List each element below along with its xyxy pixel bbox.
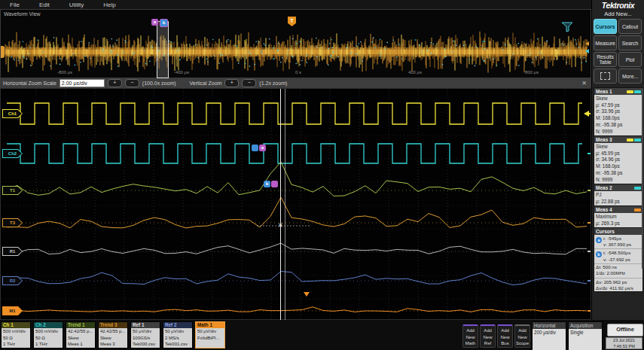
swatch-yellow: [627, 138, 633, 142]
h-zoom-decrease-button[interactable]: −: [125, 79, 139, 87]
meas4-title: Meas 4: [596, 206, 612, 213]
v-zoom-decrease-button[interactable]: −: [242, 79, 256, 87]
v-zoom-increase-button[interactable]: +: [224, 79, 239, 87]
zoom-toolbar: Horizontal Zoom Scale + − (100.0x zoom) …: [0, 78, 591, 88]
channel-handle-label: Ch2: [3, 150, 22, 157]
cursors-readout-badge[interactable]: Cursors a t: -549μsv: 367.990 ps b t: -5…: [594, 227, 643, 292]
add-new-bus-button[interactable]: AddNewBus: [497, 324, 513, 348]
ch1-badge[interactable]: Ch 1 500 mV/div50 Ω1 THz: [1, 321, 31, 348]
meas4-badge[interactable]: Meas 4 Maximumμ: 269.3 ps: [594, 205, 643, 228]
add-new-ref-button[interactable]: AddNewRef: [480, 324, 496, 348]
ref2-badge[interactable]: Ref 2 50 μV/div2 MS/sTek001.csv: [163, 321, 193, 348]
menu-edit[interactable]: Edit: [29, 2, 60, 8]
overview-tick: 0 s: [295, 70, 301, 75]
cursor-a-line[interactable]: [280, 89, 281, 321]
slope-readout: Δv/Δt: 411.92 μs/s: [594, 285, 642, 291]
ch1-trigger-level-arrow[interactable]: [584, 111, 589, 117]
zoom-region-box[interactable]: [157, 21, 169, 78]
math1-peak-marker: [304, 292, 310, 297]
main-cursor-a-tag[interactable]: [252, 145, 258, 151]
trend1-badge[interactable]: Trend 1 42.42/55 p...SkewMeas 1: [66, 321, 96, 348]
add-new-button-grid: Cursors Callout Measure Search Results T…: [594, 19, 643, 84]
main-cursor-b-handle[interactable]: b: [264, 181, 270, 187]
zoom-close-icon[interactable]: ✕: [581, 80, 588, 87]
swatch-cyan: [634, 90, 641, 93]
math1-badge[interactable]: Math 1 50 μV/divFxItdBtPl...: [195, 321, 225, 348]
main-cursor-b-tag[interactable]: [271, 181, 278, 187]
meas1-title: Meas 1: [596, 88, 612, 95]
h-zoom-increase-button[interactable]: +: [108, 79, 122, 87]
meas4-body: Maximumμ: 269.3 ps: [594, 213, 642, 227]
add-new-scope-button[interactable]: AddNewScope: [514, 324, 530, 348]
overview-channel-tab[interactable]: [1, 46, 5, 58]
ch2-badge[interactable]: Ch 2 500 mV/div50 Ω1 THz: [33, 321, 63, 348]
cursor-b-line[interactable]: [285, 89, 285, 321]
main-waveform-view[interactable]: a b ✕ Ch1 Ch2 T1 T3 R1 R2 M1: [0, 88, 591, 320]
right-sidebar: Tektronix Add New... Cursors Callout Mea…: [591, 0, 644, 320]
ref1-badge[interactable]: Ref 1 50 μV/div100GS/sTek000.csv: [130, 321, 160, 348]
search-button[interactable]: Search: [618, 35, 642, 50]
sidebar-scrollbar[interactable]: [642, 88, 643, 269]
meas2-badge[interactable]: Meas 2 PJμ: 22.88 ps: [594, 184, 643, 206]
meas1-badge[interactable]: Meas 1 Skewμ: 47.59 ps σ: 33.96 psM: 168…: [594, 87, 643, 136]
swatch-orange: [634, 208, 641, 212]
meas3-badge[interactable]: Meas 3 Skewμ: 45.99 ps σ: 34.96 psM: 168…: [594, 135, 643, 184]
overview-tick: -400 μs: [174, 70, 189, 75]
cursor-a-icon: a: [596, 237, 602, 243]
meas3-header: Meas 3: [594, 136, 642, 143]
menu-help[interactable]: Help: [93, 2, 125, 8]
h-zoom-factor: (100.0x zoom): [142, 81, 176, 86]
results-table-button[interactable]: Results Table: [594, 52, 617, 67]
swatch-cyan: [634, 138, 641, 142]
meas1-header: Meas 1: [594, 88, 642, 95]
menu-utility[interactable]: Utility: [60, 2, 94, 8]
add-new-math-button[interactable]: AddNewMath: [462, 324, 478, 348]
draw-a-box-icon: [600, 72, 610, 80]
cursors-header: Cursors: [594, 228, 642, 235]
offline-button[interactable]: Offline: [607, 324, 643, 336]
h-zoom-scale-input[interactable]: [60, 79, 105, 87]
menu-file[interactable]: File: [0, 2, 29, 8]
datetime-display: 23 Jul 20217:46:53 PM: [606, 337, 642, 349]
overview-level-marker-cyan[interactable]: [585, 49, 589, 53]
channel-handle-label: R1: [3, 248, 22, 255]
overview-level-marker-orange[interactable]: [585, 41, 589, 46]
waveform-overview[interactable]: Waveform View a b T -800 μs -400 μs 0 s …: [0, 9, 591, 78]
zoom-filter-icon[interactable]: [561, 22, 574, 33]
channel-handle-label: Ch1: [3, 110, 22, 117]
tektronix-logo: Tektronix: [592, 0, 644, 11]
overview-cursor-b-handle[interactable]: b: [160, 19, 168, 27]
delta-v-readout: Δv: 205.962 ps: [594, 279, 642, 285]
horizontal-panel[interactable]: Horizontal 200 μs/div: [532, 321, 566, 349]
meas1-body: Skewμ: 47.59 ps σ: 33.96 psM: 168.0ps m:…: [594, 95, 642, 135]
channel-handle-label: T1: [3, 187, 22, 194]
meas3-title: Meas 3: [596, 136, 612, 143]
channel-handle-label: R2: [3, 277, 22, 285]
tekscope-app: File Edit Utility Help Waveform View a b…: [0, 0, 644, 350]
measure-button[interactable]: Measure: [594, 35, 617, 50]
more-button[interactable]: More...: [618, 68, 642, 84]
meas4-header: Meas 4: [594, 206, 642, 213]
swatch-cyan: [634, 187, 641, 190]
cursor-b-readout: b t: -548.500μsv: -37.692 ps: [594, 249, 642, 263]
draw-a-box-button[interactable]: [594, 68, 617, 84]
cursor-a-readout: a t: -549μsv: 367.990 ps: [594, 235, 642, 249]
trend3-badge[interactable]: Trend 3 42.42/55 p...SkewMeas 3: [98, 321, 128, 348]
cursors-button[interactable]: Cursors: [594, 19, 617, 34]
callout-button[interactable]: Callout: [618, 19, 642, 34]
meas2-body: PJμ: 22.88 ps: [594, 191, 642, 205]
v-zoom-factor: (1.2x zoom): [259, 81, 287, 86]
overview-tick: 800 μs: [525, 70, 539, 75]
acquisition-panel[interactable]: Acquisition Single: [568, 321, 603, 349]
v-zoom-label: Vertical Zoom: [190, 81, 222, 86]
overview-tick: 400 μs: [408, 70, 422, 75]
delta-t-readout: Δt: 500 ns: [594, 264, 642, 270]
meas2-title: Meas 2: [596, 184, 612, 191]
overview-cursor-a-handle[interactable]: a: [151, 19, 158, 26]
cursors-title: Cursors: [596, 228, 615, 235]
channel-handle-label: M1: [3, 307, 22, 315]
overview-tick: -800 μs: [57, 70, 72, 75]
plot-button[interactable]: Plot: [618, 52, 642, 67]
main-waveforms-canvas: [1, 89, 591, 319]
main-cursor-a-handle[interactable]: a: [259, 145, 266, 151]
